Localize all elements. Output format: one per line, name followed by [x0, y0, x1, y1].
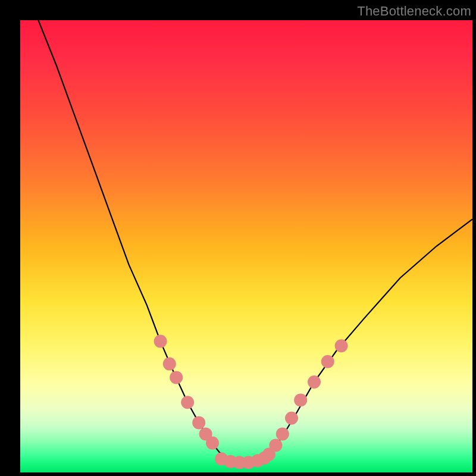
chart-frame: TheBottleneck.com	[0, 0, 476, 476]
plot-area	[20, 20, 472, 472]
marker-dot	[181, 396, 194, 409]
marker-dot	[170, 371, 183, 384]
markers-right	[262, 339, 348, 461]
marker-dot	[269, 439, 282, 452]
marker-dot	[308, 375, 321, 389]
bottleneck-curve	[38, 20, 472, 462]
marker-dot	[163, 358, 176, 371]
marker-dot	[192, 416, 205, 429]
marker-dot	[285, 412, 298, 425]
chart-svg	[20, 20, 472, 472]
markers-valley	[215, 452, 271, 469]
marker-dot	[276, 427, 289, 440]
marker-dot	[206, 437, 219, 450]
markers-left	[154, 335, 219, 450]
marker-dot	[294, 393, 307, 406]
marker-dot	[321, 355, 334, 368]
watermark-label: TheBottleneck.com	[357, 4, 471, 19]
marker-dot	[335, 339, 348, 352]
marker-dot	[258, 452, 271, 465]
marker-dot	[154, 335, 167, 348]
